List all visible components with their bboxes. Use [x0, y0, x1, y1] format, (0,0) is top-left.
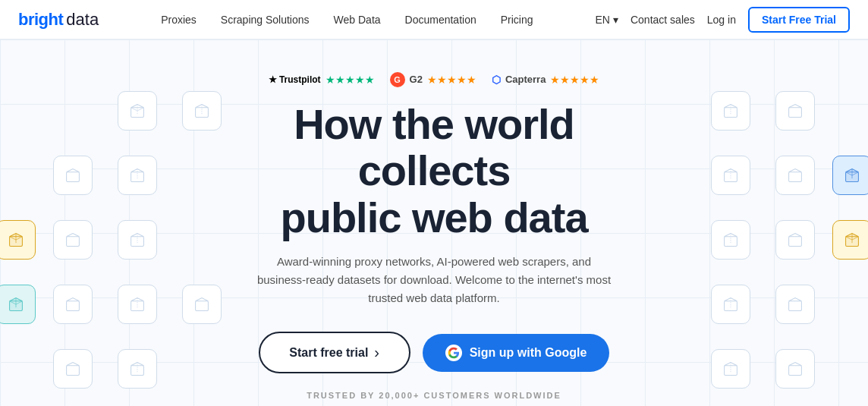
arrow-icon: › [374, 344, 379, 361]
hero-section: ★ Trustpilot ★★★★★ G G2 ★★★★★ ⬡ Capterra… [0, 39, 868, 406]
nav-scraping-solutions[interactable]: Scraping Solutions [221, 14, 310, 26]
nav-documentation[interactable]: Documentation [405, 14, 476, 26]
sign-up-google-button[interactable]: Sign up with Google [423, 334, 610, 372]
capterra-icon: ⬡ [492, 74, 501, 86]
capterra-label: Capterra [505, 74, 546, 85]
trustpilot-stars: ★★★★★ [326, 74, 375, 86]
nav-right: EN ▾ Contact sales Log in Start Free Tri… [596, 7, 850, 33]
nav-proxies[interactable]: Proxies [161, 14, 197, 26]
ratings-row: ★ Trustpilot ★★★★★ G G2 ★★★★★ ⬡ Capterra… [222, 72, 646, 87]
g2-label: G2 [410, 74, 423, 85]
logo-bright: bright [18, 10, 63, 30]
capterra-stars: ★★★★★ [550, 74, 599, 86]
nav-contact-sales[interactable]: Contact sales [631, 14, 695, 26]
google-icon [445, 345, 462, 361]
navbar: bright data Proxies Scraping Solutions W… [0, 0, 868, 39]
start-free-trial-button[interactable]: Start free trial › [259, 332, 410, 373]
g2-rating: G G2 ★★★★★ [390, 72, 476, 87]
hero-headline: How the world collects public web data [222, 101, 646, 241]
logo[interactable]: bright data [18, 10, 99, 30]
g2-logo: G [390, 72, 405, 87]
trusted-bar: TRUSTED BY 20,000+ CUSTOMERS WORLDWIDE [0, 385, 868, 406]
trustpilot-logo: ★ Trustpilot [269, 74, 321, 85]
hero-buttons: Start free trial › Sign up with Google [222, 332, 646, 373]
nav-pricing[interactable]: Pricing [501, 14, 533, 26]
nav-links: Proxies Scraping Solutions Web Data Docu… [161, 14, 533, 26]
nav-login[interactable]: Log in [707, 14, 736, 26]
capterra-rating: ⬡ Capterra ★★★★★ [492, 74, 599, 86]
g2-stars: ★★★★★ [427, 74, 476, 86]
logo-data: data [66, 10, 99, 30]
nav-start-free-trial-button[interactable]: Start Free Trial [748, 7, 850, 33]
nav-language[interactable]: EN ▾ [596, 14, 618, 26]
hero-content: ★ Trustpilot ★★★★★ G G2 ★★★★★ ⬡ Capterra… [222, 72, 646, 374]
trustpilot-rating: ★ Trustpilot ★★★★★ [269, 74, 375, 86]
nav-web-data[interactable]: Web Data [334, 14, 381, 26]
hero-subtext: Award-winning proxy networks, AI-powered… [252, 253, 616, 307]
